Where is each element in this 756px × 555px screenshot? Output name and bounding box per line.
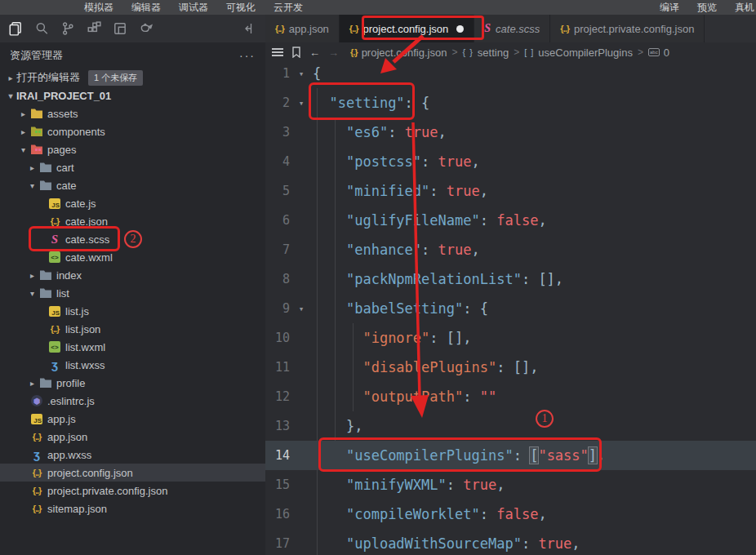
chevron-down-icon: ▾ <box>26 181 38 190</box>
chevron-right-icon: ▸ <box>5 73 16 82</box>
tab-label: cate.scss <box>496 23 540 35</box>
code-line-13[interactable]: 13 }, <box>265 411 756 441</box>
tree-item-app.js[interactable]: JSapp.js <box>0 410 265 428</box>
code-line-7[interactable]: 7 "enhance": true, <box>265 235 756 264</box>
tree-item-cate.json[interactable]: {..}cate.json <box>0 212 265 230</box>
tab-label: project.private.config.json <box>574 23 694 35</box>
tree-item-project.private.config.json[interactable]: {..}project.private.config.json <box>0 482 265 500</box>
fold-chevron-icon[interactable]: ▾ <box>290 69 313 79</box>
menu-item-编译[interactable]: 编译 <box>660 1 679 15</box>
tree-item-label: sitemap.json <box>47 503 107 515</box>
tab-bar: {..}app.json{..}project.config.jsonScate… <box>265 15 705 42</box>
tree-item-cate.js[interactable]: JScate.js <box>0 194 265 212</box>
breadcrumb-item-project.config.json[interactable]: {.}project.config.json <box>350 47 447 59</box>
outline-icon[interactable] <box>272 47 283 58</box>
nav-forward-icon[interactable]: → <box>328 47 339 59</box>
files-icon[interactable] <box>7 20 24 38</box>
code-line-14[interactable]: 14 "useCompilerPlugins": ["sass"], <box>265 441 756 470</box>
code-line-11[interactable]: 11 "disablePlugins": [], <box>265 353 756 382</box>
code-line-3[interactable]: 3 "es6": true, <box>265 118 756 147</box>
dirty-indicator-icon <box>456 25 464 33</box>
tree-item-cart[interactable]: ▸cart <box>0 158 265 176</box>
tree-item-list[interactable]: ▾list <box>0 284 265 302</box>
tree-item-cate.scss[interactable]: Scate.scss <box>0 230 265 248</box>
json-icon: {..} <box>560 24 569 33</box>
menu-item-云开发[interactable]: 云开发 <box>273 1 303 15</box>
code-line-9[interactable]: 9▾ "babelSetting": { <box>265 294 756 323</box>
layout-icon[interactable] <box>111 20 129 38</box>
breadcrumb-item-useCompilerPlugins[interactable]: [ ]useCompilerPlugins <box>524 47 633 59</box>
nav-back-icon[interactable]: ← <box>309 47 320 59</box>
code-line-1[interactable]: 1▾{ <box>265 59 756 88</box>
value-icon: abc <box>648 48 660 56</box>
extensions-icon[interactable] <box>85 20 103 38</box>
menu-item-调试器[interactable]: 调试器 <box>179 1 208 15</box>
line-number: 10 <box>265 331 290 345</box>
breadcrumb-item-setting[interactable]: { }setting <box>462 47 509 59</box>
tab-cate.scss[interactable]: Scate.scss <box>474 15 550 42</box>
tab-project.config.json[interactable]: {..}project.config.json <box>340 15 474 42</box>
source-control-icon[interactable] <box>59 20 77 38</box>
tree-item-label: profile <box>56 377 85 389</box>
explorer-title: 资源管理器 <box>10 48 63 63</box>
fold-chevron-icon[interactable]: ▾ <box>290 304 313 314</box>
top-bar: {..}app.json{..}project.config.jsonScate… <box>0 15 756 42</box>
code-line-2[interactable]: 2▾ "setting": { <box>265 88 756 118</box>
build-icon[interactable] <box>137 20 155 38</box>
more-actions-icon[interactable]: ··· <box>239 49 256 62</box>
tree-item-index[interactable]: ▸index <box>0 266 265 284</box>
code-line-12[interactable]: 12 "outputPath": "" <box>265 382 756 411</box>
menu-item-编辑器[interactable]: 编辑器 <box>131 1 161 15</box>
tree-item-cate.wxml[interactable]: <>cate.wxml <box>0 248 265 266</box>
menu-item-可视化[interactable]: 可视化 <box>226 1 256 15</box>
breadcrumb-item-0[interactable]: abc0 <box>648 47 669 59</box>
menu-item-模拟器[interactable]: 模拟器 <box>84 1 113 15</box>
tab-project.private.config.json[interactable]: {..}project.private.config.json <box>550 15 705 42</box>
menu-bar-right: 编译预览真机 <box>660 1 754 15</box>
array-icon: [ ] <box>524 47 534 57</box>
code-text: "setting": { <box>313 95 429 111</box>
code-line-10[interactable]: 10 "ignore": [], <box>265 323 756 353</box>
tree-item-assets[interactable]: ▸assets <box>0 104 265 122</box>
tree-item-pages[interactable]: ▾pages <box>0 140 265 158</box>
tree-item-list.js[interactable]: JSlist.js <box>0 302 265 320</box>
code-line-4[interactable]: 4 "postcss": true, <box>265 147 756 176</box>
search-icon[interactable] <box>33 20 51 38</box>
collapse-sidebar-icon[interactable] <box>239 20 257 38</box>
tree-item-list.wxss[interactable]: ʒlist.wxss <box>0 356 265 374</box>
tree-item-components[interactable]: ▸components <box>0 122 265 140</box>
code-line-6[interactable]: 6 "uglifyFileName": false, <box>265 206 756 235</box>
project-root-item[interactable]: ▾ IRAI_PROJECT_01 <box>0 87 265 104</box>
tree-item-profile[interactable]: ▸profile <box>0 374 265 392</box>
code-line-5[interactable]: 5 "minified": true, <box>265 176 756 206</box>
tree-item-sitemap.json[interactable]: {..}sitemap.json <box>0 500 265 517</box>
menu-item-真机[interactable]: 真机 <box>735 1 754 15</box>
tree-item-list.json[interactable]: {..}list.json <box>0 320 265 338</box>
code-text: "packNpmRelationList": [], <box>313 271 563 287</box>
folder-icon <box>29 125 44 138</box>
wxml-file-icon: <> <box>47 251 62 264</box>
code-line-15[interactable]: 15 "minifyWXML": true, <box>265 470 756 500</box>
menu-item-预览[interactable]: 预览 <box>697 1 717 15</box>
tree-item-project.config.json[interactable]: {..}project.config.json <box>0 464 265 482</box>
tree-item-cate[interactable]: ▾cate <box>0 176 265 194</box>
tree-item-.eslintrc.js[interactable]: ⬢.eslintrc.js <box>0 392 265 410</box>
tree-item-label: list.wxml <box>65 341 105 353</box>
code-line-8[interactable]: 8 "packNpmRelationList": [], <box>265 264 756 294</box>
wxml-file-icon: <> <box>47 340 62 353</box>
fold-chevron-icon[interactable]: ▾ <box>290 98 313 109</box>
tree-item-app.wxss[interactable]: ʒapp.wxss <box>0 446 265 464</box>
code-editor[interactable]: 1▾{2▾ "setting": {3 "es6": true,4 "postc… <box>265 59 756 555</box>
code-text: "outputPath": "" <box>313 388 496 405</box>
tree-item-list.wxml[interactable]: <>list.wxml <box>0 338 265 356</box>
tree-item-app.json[interactable]: {..}app.json <box>0 428 265 446</box>
code-line-17[interactable]: 17 "uploadWithSourceMap": true, <box>265 529 756 555</box>
breadcrumb-label: 0 <box>664 47 669 59</box>
code-line-16[interactable]: 16 "compileWorklet": false, <box>265 500 756 529</box>
tree-item-label: index <box>56 269 82 282</box>
tab-app.json[interactable]: {..}app.json <box>265 15 340 42</box>
line-number: 12 <box>265 389 290 404</box>
open-editors-section[interactable]: ▸ 打开的编辑器 1 个未保存 <box>0 69 265 87</box>
bookmark-icon[interactable] <box>291 47 301 58</box>
code-text: "useCompilerPlugins": ["sass"], <box>313 447 605 464</box>
